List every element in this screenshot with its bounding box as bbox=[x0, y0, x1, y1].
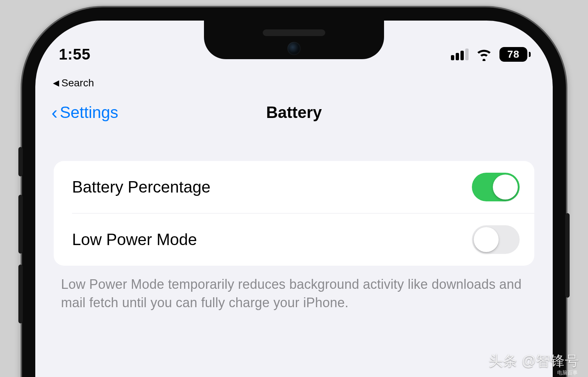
iphone-device-frame: 1:55 78 ◀ Search bbox=[22, 7, 566, 377]
battery-nub-icon bbox=[529, 52, 531, 57]
volume-down-button bbox=[18, 265, 23, 323]
nav-bar: ‹ Settings Battery bbox=[35, 83, 553, 142]
cellular-signal-icon bbox=[451, 49, 469, 60]
screen: 1:55 78 ◀ Search bbox=[35, 21, 553, 377]
row-label-battery-percentage: Battery Percentage bbox=[72, 178, 211, 196]
notch bbox=[204, 21, 384, 59]
side-power-button bbox=[565, 213, 570, 298]
watermark-subtext: 电脑百事 bbox=[557, 370, 578, 376]
battery-indicator: 78 bbox=[499, 47, 531, 62]
row-battery-percentage: Battery Percentage bbox=[54, 161, 534, 213]
toggle-battery-percentage[interactable] bbox=[472, 173, 520, 201]
toggle-knob-icon bbox=[474, 227, 499, 252]
toggle-knob-icon bbox=[493, 175, 518, 200]
front-camera-icon bbox=[287, 42, 301, 55]
back-to-settings-button[interactable]: ‹ Settings bbox=[51, 103, 118, 122]
mute-switch bbox=[18, 147, 23, 176]
back-label: Settings bbox=[60, 103, 118, 122]
footer-note: Low Power Mode temporarily reduces backg… bbox=[61, 275, 527, 312]
status-time: 1:55 bbox=[59, 26, 90, 63]
page-title: Battery bbox=[266, 103, 322, 122]
volume-up-button bbox=[18, 195, 23, 254]
toggle-low-power-mode[interactable] bbox=[472, 225, 520, 254]
speaker-grill-icon bbox=[263, 29, 325, 36]
watermark-text: 头条 @智锋号 bbox=[489, 352, 579, 370]
row-low-power-mode: Low Power Mode bbox=[72, 213, 534, 266]
row-label-low-power-mode: Low Power Mode bbox=[72, 230, 197, 249]
battery-percent-label: 78 bbox=[499, 47, 527, 62]
status-right-cluster: 78 bbox=[451, 27, 531, 62]
settings-group: Battery Percentage Low Power Mode bbox=[54, 161, 534, 266]
chevron-left-icon: ‹ bbox=[51, 103, 58, 122]
wifi-icon bbox=[475, 48, 493, 61]
